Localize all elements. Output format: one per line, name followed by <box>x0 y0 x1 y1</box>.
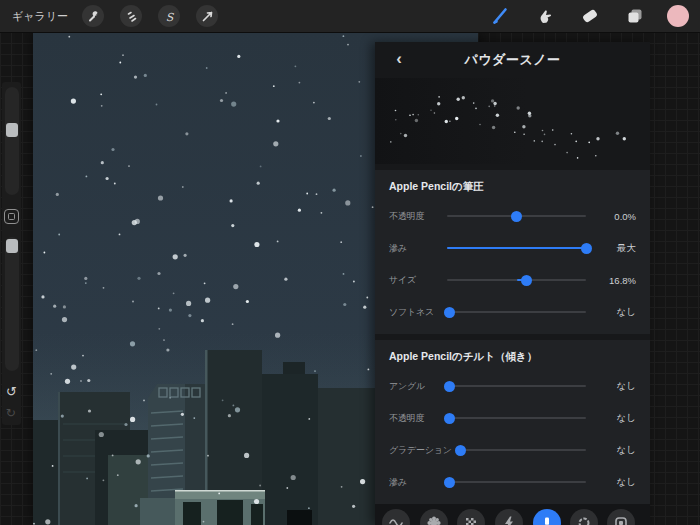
tab-参照元[interactable]: 参照元 <box>603 509 640 525</box>
modify-icon <box>8 213 15 220</box>
wrench-icon[interactable] <box>82 5 104 27</box>
slider-thumb[interactable] <box>521 275 532 286</box>
tab-シェイプ[interactable]: シェイプ <box>415 509 452 525</box>
smudge-icon[interactable] <box>532 3 558 29</box>
slider-label: 不透明度 <box>389 210 441 223</box>
slider-label: ソフトネス <box>389 306 441 319</box>
slider-label: グラデーション <box>389 444 452 457</box>
slider-value: なし <box>596 380 636 393</box>
tab-一般[interactable]: 一般 <box>565 509 602 525</box>
slider-track[interactable] <box>447 417 586 419</box>
gallery-button[interactable]: ギャラリー <box>12 9 68 24</box>
undo-button[interactable]: ↺ <box>6 385 17 398</box>
transform-icon-glyph <box>201 10 214 23</box>
dynamics-icon <box>495 509 523 525</box>
slider-label: 滲み <box>389 242 441 255</box>
slider-row: グラデーションなし <box>375 434 650 466</box>
slider-thumb[interactable] <box>455 445 466 456</box>
slider-track[interactable] <box>447 279 586 281</box>
slider-row: 滲みなし <box>375 466 650 498</box>
general-icon <box>570 509 598 525</box>
slider-value: 0.0% <box>596 211 636 222</box>
tab-ダイナミクス[interactable]: ダイナミクス <box>490 509 528 525</box>
layers-icon[interactable] <box>622 3 648 29</box>
eraser-icon-glyph <box>580 6 600 26</box>
brush-title: パウダースノー <box>464 51 560 69</box>
section-title: Apple Pencilのチルト（傾き） <box>375 346 650 370</box>
slider-value: なし <box>596 444 636 457</box>
slider-track[interactable] <box>447 311 586 313</box>
slider-row: 不透明度0.0% <box>375 200 650 232</box>
slider-track[interactable] <box>447 215 586 217</box>
slider-thumb[interactable] <box>444 477 455 488</box>
brush-opacity-slider[interactable] <box>5 237 19 371</box>
sidebar-tools: ↺ ↺ <box>2 82 21 425</box>
slider-label: サイズ <box>389 274 441 287</box>
slider-row: ソフトネスなし <box>375 296 650 328</box>
modify-button[interactable] <box>4 209 19 224</box>
panel-header: ‹ パウダースノー <box>375 42 650 78</box>
paint-brush-icon-glyph <box>490 6 510 26</box>
slider-track[interactable] <box>447 481 586 483</box>
slider-track[interactable] <box>447 385 586 387</box>
slider-row: サイズ16.8% <box>375 264 650 296</box>
settings-section: Apple Pencilのチルト（傾き）アングルなし不透明度なしグラデーションな… <box>375 340 650 504</box>
slider-row: アングルなし <box>375 370 650 402</box>
section-title: Apple Pencilの筆圧 <box>375 176 650 200</box>
toolbar-right-group <box>487 0 700 32</box>
brush-size-slider[interactable] <box>5 87 19 195</box>
adjustments-icon-glyph <box>125 10 138 23</box>
smudge-icon-glyph <box>535 6 555 26</box>
brush-settings-panel: ‹ パウダースノー Apple Pencilの筆圧不透明度0.0%滲み最大サイズ… <box>375 42 650 525</box>
tab-ストローク[interactable]: ストローク <box>377 509 415 525</box>
slider-thumb[interactable] <box>444 307 455 318</box>
source-icon <box>607 509 635 525</box>
paint-brush-icon[interactable] <box>487 3 513 29</box>
settings-tab-bar: ストロークシェイプグレインダイナミクスPencil一般参照元 <box>375 504 650 525</box>
back-chevron-icon[interactable]: ‹ <box>389 49 409 69</box>
slider-row: 不透明度なし <box>375 402 650 434</box>
slider-value: なし <box>596 306 636 319</box>
brush-size-handle[interactable] <box>6 123 18 137</box>
wrench-icon-glyph <box>87 10 100 23</box>
transform-icon[interactable] <box>196 5 218 27</box>
slider-track[interactable] <box>447 247 586 249</box>
slider-label: 滲み <box>389 476 441 489</box>
slider-label: アングル <box>389 380 441 393</box>
adjustments-icon[interactable] <box>120 5 142 27</box>
eraser-icon[interactable] <box>577 3 603 29</box>
selection-icon[interactable]: S <box>158 5 180 27</box>
slider-value: なし <box>596 412 636 425</box>
tab-グレイン[interactable]: グレイン <box>452 509 489 525</box>
slider-value: なし <box>596 476 636 489</box>
stroke-wave-icon <box>382 509 410 525</box>
slider-track[interactable] <box>458 449 586 451</box>
layers-icon-glyph <box>625 6 645 26</box>
brush-stroke-preview[interactable] <box>375 78 650 164</box>
preview-dots <box>375 78 650 164</box>
slider-thumb[interactable] <box>581 243 592 254</box>
slider-thumb[interactable] <box>444 381 455 392</box>
brush-opacity-handle[interactable] <box>6 239 18 253</box>
top-toolbar: ギャラリー S <box>0 0 700 33</box>
slider-row: 滲み最大 <box>375 232 650 264</box>
panel-sections: Apple Pencilの筆圧不透明度0.0%滲み最大サイズ16.8%ソフトネス… <box>375 164 650 504</box>
slider-fill <box>447 247 586 249</box>
redo-button[interactable]: ↺ <box>6 407 16 419</box>
settings-section: Apple Pencilの筆圧不透明度0.0%滲み最大サイズ16.8%ソフトネス… <box>375 170 650 334</box>
slider-value: 16.8% <box>596 275 636 286</box>
svg-text:S: S <box>165 10 174 23</box>
color-swatch[interactable] <box>667 5 689 27</box>
tab-Pencil[interactable]: Pencil <box>528 509 565 525</box>
shape-icon <box>420 509 448 525</box>
selection-icon-glyph: S <box>163 10 176 23</box>
grain-icon <box>457 509 485 525</box>
slider-value: 最大 <box>596 242 636 255</box>
slider-thumb[interactable] <box>511 211 522 222</box>
slider-thumb[interactable] <box>444 413 455 424</box>
pencil-icon <box>533 509 561 525</box>
slider-label: 不透明度 <box>389 412 441 425</box>
